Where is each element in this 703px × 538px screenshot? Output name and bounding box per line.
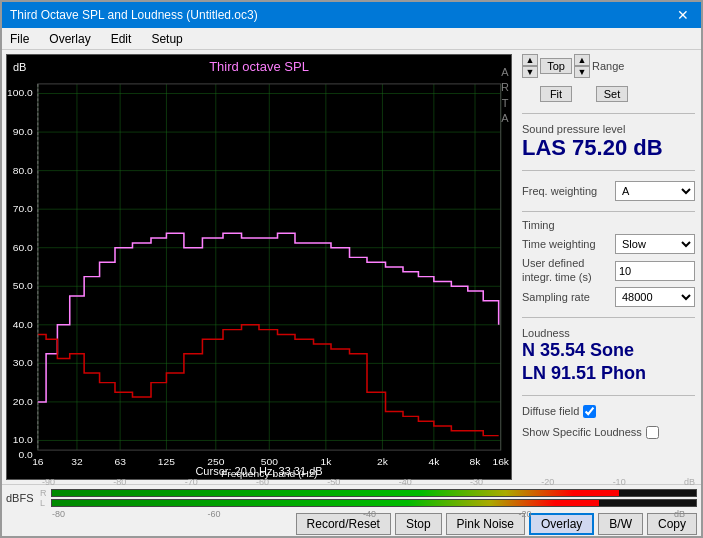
top-arrow-group: ▲ ▼ xyxy=(522,54,538,78)
time-weighting-row: Time weighting Slow Fast Impulse xyxy=(522,234,695,254)
diffuse-field-label: Diffuse field xyxy=(522,405,579,417)
svg-text:90.0: 90.0 xyxy=(13,126,33,137)
top-button[interactable]: Top xyxy=(540,58,572,74)
menu-setup[interactable]: Setup xyxy=(147,31,186,47)
fit-button[interactable]: Fit xyxy=(540,86,572,102)
svg-text:16: 16 xyxy=(32,456,44,467)
svg-text:63: 63 xyxy=(114,456,126,467)
sampling-rate-select[interactable]: 48000 44100 96000 xyxy=(615,287,695,307)
show-specific-label: Show Specific Loudness xyxy=(522,426,642,438)
time-weighting-select[interactable]: Slow Fast Impulse xyxy=(615,234,695,254)
dbfs-label: dBFS xyxy=(6,492,36,504)
svg-text:40.0: 40.0 xyxy=(13,319,33,330)
chart-svg: 100.0 90.0 80.0 70.0 60.0 50.0 40.0 30.0… xyxy=(7,55,511,479)
diffuse-field-row: Diffuse field xyxy=(522,405,695,418)
tick-neg70: -70 xyxy=(185,477,198,487)
level-meter-row: dBFS -90 -80 -70 -60 -50 -40 -30 -20 -10… xyxy=(2,485,701,511)
svg-text:32: 32 xyxy=(71,456,83,467)
freq-weighting-label: Freq. weighting xyxy=(522,185,597,197)
user-integr-row: User defined integr. time (s) xyxy=(522,257,695,283)
time-weighting-label: Time weighting xyxy=(522,238,596,250)
divider-2 xyxy=(522,170,695,171)
divider-5 xyxy=(522,395,695,396)
tick-neg80: -80 xyxy=(113,477,126,487)
main-window: Third Octave SPL and Loudness (Untitled.… xyxy=(0,0,703,538)
scale-db2: dB xyxy=(674,509,685,519)
loudness-n-value: N 35.54 Sone xyxy=(522,339,695,362)
arta-label: ARTA xyxy=(501,65,509,127)
range-up-arrow[interactable]: ▲ xyxy=(574,54,590,66)
chart-title: Third octave SPL xyxy=(209,59,309,74)
loudness-label: Loudness xyxy=(522,327,695,339)
tick-neg30: -30 xyxy=(470,477,483,487)
r-meter-bar xyxy=(51,489,697,497)
show-specific-row: Show Specific Loudness xyxy=(522,426,695,439)
timing-group: Timing Time weighting Slow Fast Impulse … xyxy=(522,219,695,309)
spl-value: LAS 75.20 dB xyxy=(522,135,695,161)
svg-text:60.0: 60.0 xyxy=(13,242,33,253)
svg-text:20.0: 20.0 xyxy=(13,396,33,407)
diffuse-field-checkbox[interactable] xyxy=(583,405,596,418)
svg-text:0.0: 0.0 xyxy=(18,449,33,460)
r-channel-label: R xyxy=(40,488,48,498)
tick-neg60: -60 xyxy=(256,477,269,487)
svg-text:80.0: 80.0 xyxy=(13,165,33,176)
cursor-info: Cursor: 20.0 Hz, 33.31 dB xyxy=(195,465,322,477)
svg-text:50.0: 50.0 xyxy=(13,280,33,291)
title-bar: Third Octave SPL and Loudness (Untitled.… xyxy=(2,2,701,28)
fit-set-controls: Fit Set xyxy=(522,86,695,102)
timing-label: Timing xyxy=(522,219,695,231)
l-meter-bar xyxy=(51,499,697,507)
svg-text:125: 125 xyxy=(158,456,176,467)
menu-edit[interactable]: Edit xyxy=(107,31,136,47)
user-integr-input[interactable] xyxy=(615,261,695,281)
menu-bar: File Overlay Edit Setup xyxy=(2,28,701,50)
chart-area: dB Third octave SPL ARTA xyxy=(6,54,512,480)
tick-neg50: -50 xyxy=(327,477,340,487)
divider-1 xyxy=(522,113,695,114)
tick-neg90: -90 xyxy=(42,477,55,487)
sampling-rate-label: Sampling rate xyxy=(522,291,590,303)
svg-text:2k: 2k xyxy=(377,456,388,467)
db-axis-label: dB xyxy=(13,61,26,73)
tick-neg10: -10 xyxy=(613,477,626,487)
freq-weighting-select[interactable]: A B C Z xyxy=(615,181,695,201)
range-down-arrow[interactable]: ▼ xyxy=(574,66,590,78)
top-up-arrow[interactable]: ▲ xyxy=(522,54,538,66)
sampling-rate-row: Sampling rate 48000 44100 96000 xyxy=(522,287,695,307)
svg-text:30.0: 30.0 xyxy=(13,358,33,369)
scale-neg40: -40 xyxy=(363,509,376,519)
l-channel-label: L xyxy=(40,498,48,508)
menu-overlay[interactable]: Overlay xyxy=(45,31,94,47)
tick-db: dB xyxy=(684,477,695,487)
tick-neg20: -20 xyxy=(541,477,554,487)
spl-section: Sound pressure level LAS 75.20 dB xyxy=(522,121,695,163)
freq-weighting-row: Freq. weighting A B C Z xyxy=(522,181,695,201)
right-panel: ▲ ▼ Top ▲ ▼ Range Fit Set Sound pressure xyxy=(516,50,701,484)
set-button[interactable]: Set xyxy=(596,86,628,102)
svg-text:70.0: 70.0 xyxy=(13,203,33,214)
loudness-section: Loudness N 35.54 Sone LN 91.51 Phon xyxy=(522,325,695,388)
scale-neg80: -80 xyxy=(52,509,65,519)
svg-text:100.0: 100.0 xyxy=(7,88,33,99)
show-specific-checkbox[interactable] xyxy=(646,426,659,439)
range-label: Range xyxy=(592,60,628,72)
spl-section-label: Sound pressure level xyxy=(522,123,695,135)
tick-neg40: -40 xyxy=(399,477,412,487)
bottom-bar: dBFS -90 -80 -70 -60 -50 -40 -30 -20 -10… xyxy=(2,484,701,536)
range-arrow-group: ▲ ▼ xyxy=(574,54,590,78)
window-title: Third Octave SPL and Loudness (Untitled.… xyxy=(10,8,258,22)
close-button[interactable]: ✕ xyxy=(673,7,693,23)
top-controls: ▲ ▼ Top ▲ ▼ Range xyxy=(522,54,695,78)
main-content: dB Third octave SPL ARTA xyxy=(2,50,701,484)
scale-neg20: -20 xyxy=(518,509,531,519)
svg-text:8k: 8k xyxy=(470,456,481,467)
menu-file[interactable]: File xyxy=(6,31,33,47)
svg-text:16k: 16k xyxy=(492,456,509,467)
scale-neg60: -60 xyxy=(207,509,220,519)
svg-text:4k: 4k xyxy=(428,456,439,467)
svg-text:10.0: 10.0 xyxy=(13,435,33,446)
divider-3 xyxy=(522,211,695,212)
loudness-ln-value: LN 91.51 Phon xyxy=(522,362,695,385)
top-down-arrow[interactable]: ▼ xyxy=(522,66,538,78)
